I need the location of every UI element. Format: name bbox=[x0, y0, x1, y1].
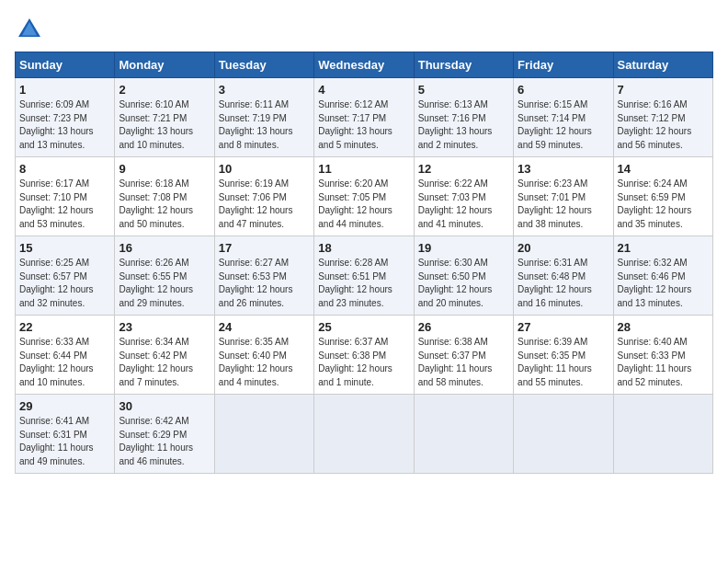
day-number: 30 bbox=[119, 399, 210, 413]
day-cell-16: 16Sunrise: 6:26 AMSunset: 6:55 PMDayligh… bbox=[115, 236, 214, 316]
day-detail: Sunrise: 6:42 AMSunset: 6:29 PMDaylight:… bbox=[119, 415, 210, 468]
day-cell-18: 18Sunrise: 6:28 AMSunset: 6:51 PMDayligh… bbox=[314, 236, 414, 316]
day-number: 6 bbox=[518, 83, 609, 97]
logo bbox=[15, 15, 48, 44]
day-number: 15 bbox=[19, 241, 110, 255]
day-cell-25: 25Sunrise: 6:37 AMSunset: 6:38 PMDayligh… bbox=[314, 316, 414, 395]
calendar-week-3: 15Sunrise: 6:25 AMSunset: 6:57 PMDayligh… bbox=[16, 236, 713, 316]
header-friday: Friday bbox=[514, 52, 613, 78]
day-number: 26 bbox=[418, 320, 509, 334]
header-sunday: Sunday bbox=[16, 52, 115, 78]
day-cell-4: 4Sunrise: 6:12 AMSunset: 7:17 PMDaylight… bbox=[314, 78, 414, 157]
day-cell-3: 3Sunrise: 6:11 AMSunset: 7:19 PMDaylight… bbox=[214, 78, 313, 157]
day-detail: Sunrise: 6:35 AMSunset: 6:40 PMDaylight:… bbox=[219, 336, 310, 389]
day-cell-14: 14Sunrise: 6:24 AMSunset: 6:59 PMDayligh… bbox=[613, 157, 712, 236]
header-wednesday: Wednesday bbox=[314, 52, 414, 78]
empty-cell bbox=[414, 395, 513, 474]
day-number: 25 bbox=[318, 320, 409, 334]
day-cell-23: 23Sunrise: 6:34 AMSunset: 6:42 PMDayligh… bbox=[115, 316, 214, 395]
empty-cell bbox=[514, 395, 613, 474]
day-number: 14 bbox=[618, 162, 709, 176]
day-cell-6: 6Sunrise: 6:15 AMSunset: 7:14 PMDaylight… bbox=[514, 78, 613, 157]
day-detail: Sunrise: 6:28 AMSunset: 6:51 PMDaylight:… bbox=[318, 257, 409, 310]
day-number: 21 bbox=[618, 241, 709, 255]
day-detail: Sunrise: 6:30 AMSunset: 6:50 PMDaylight:… bbox=[418, 257, 509, 310]
day-number: 22 bbox=[19, 320, 110, 334]
day-detail: Sunrise: 6:39 AMSunset: 6:35 PMDaylight:… bbox=[518, 336, 609, 389]
day-detail: Sunrise: 6:09 AMSunset: 7:23 PMDaylight:… bbox=[19, 98, 110, 152]
day-cell-20: 20Sunrise: 6:31 AMSunset: 6:48 PMDayligh… bbox=[514, 236, 613, 316]
day-number: 18 bbox=[318, 241, 409, 255]
day-detail: Sunrise: 6:34 AMSunset: 6:42 PMDaylight:… bbox=[119, 336, 210, 389]
day-number: 28 bbox=[618, 320, 709, 334]
calendar-body: 1Sunrise: 6:09 AMSunset: 7:23 PMDaylight… bbox=[16, 78, 713, 474]
day-detail: Sunrise: 6:32 AMSunset: 6:46 PMDaylight:… bbox=[618, 257, 709, 310]
day-detail: Sunrise: 6:10 AMSunset: 7:21 PMDaylight:… bbox=[119, 98, 210, 152]
day-cell-17: 17Sunrise: 6:27 AMSunset: 6:53 PMDayligh… bbox=[214, 236, 313, 316]
day-detail: Sunrise: 6:26 AMSunset: 6:55 PMDaylight:… bbox=[119, 257, 210, 310]
day-cell-1: 1Sunrise: 6:09 AMSunset: 7:23 PMDaylight… bbox=[16, 78, 115, 157]
day-detail: Sunrise: 6:37 AMSunset: 6:38 PMDaylight:… bbox=[318, 336, 409, 389]
header-row: SundayMondayTuesdayWednesdayThursdayFrid… bbox=[16, 52, 713, 78]
day-detail: Sunrise: 6:15 AMSunset: 7:14 PMDaylight:… bbox=[518, 98, 609, 152]
day-cell-8: 8Sunrise: 6:17 AMSunset: 7:10 PMDaylight… bbox=[16, 157, 115, 236]
day-detail: Sunrise: 6:16 AMSunset: 7:12 PMDaylight:… bbox=[618, 98, 709, 152]
day-detail: Sunrise: 6:31 AMSunset: 6:48 PMDaylight:… bbox=[518, 257, 609, 310]
day-number: 11 bbox=[318, 162, 409, 176]
day-detail: Sunrise: 6:18 AMSunset: 7:08 PMDaylight:… bbox=[119, 178, 210, 231]
day-number: 4 bbox=[318, 83, 409, 97]
day-cell-11: 11Sunrise: 6:20 AMSunset: 7:05 PMDayligh… bbox=[314, 157, 414, 236]
day-cell-28: 28Sunrise: 6:40 AMSunset: 6:33 PMDayligh… bbox=[613, 316, 712, 395]
header-tuesday: Tuesday bbox=[214, 52, 313, 78]
day-number: 10 bbox=[219, 162, 310, 176]
calendar-table: SundayMondayTuesdayWednesdayThursdayFrid… bbox=[15, 52, 713, 474]
day-cell-29: 29Sunrise: 6:41 AMSunset: 6:31 PMDayligh… bbox=[16, 395, 115, 474]
header-thursday: Thursday bbox=[414, 52, 513, 78]
calendar-header: SundayMondayTuesdayWednesdayThursdayFrid… bbox=[16, 52, 713, 78]
day-detail: Sunrise: 6:11 AMSunset: 7:19 PMDaylight:… bbox=[219, 98, 310, 152]
day-cell-21: 21Sunrise: 6:32 AMSunset: 6:46 PMDayligh… bbox=[613, 236, 712, 316]
day-detail: Sunrise: 6:33 AMSunset: 6:44 PMDaylight:… bbox=[19, 336, 110, 389]
day-number: 13 bbox=[518, 162, 609, 176]
day-number: 27 bbox=[518, 320, 609, 334]
day-detail: Sunrise: 6:24 AMSunset: 6:59 PMDaylight:… bbox=[618, 178, 709, 231]
day-number: 7 bbox=[618, 83, 709, 97]
empty-cell bbox=[214, 395, 313, 474]
day-cell-30: 30Sunrise: 6:42 AMSunset: 6:29 PMDayligh… bbox=[115, 395, 214, 474]
day-number: 19 bbox=[418, 241, 509, 255]
logo-icon bbox=[15, 15, 44, 44]
day-detail: Sunrise: 6:27 AMSunset: 6:53 PMDaylight:… bbox=[219, 257, 310, 310]
day-cell-24: 24Sunrise: 6:35 AMSunset: 6:40 PMDayligh… bbox=[214, 316, 313, 395]
day-cell-26: 26Sunrise: 6:38 AMSunset: 6:37 PMDayligh… bbox=[414, 316, 513, 395]
calendar-week-4: 22Sunrise: 6:33 AMSunset: 6:44 PMDayligh… bbox=[16, 316, 713, 395]
day-cell-22: 22Sunrise: 6:33 AMSunset: 6:44 PMDayligh… bbox=[16, 316, 115, 395]
day-cell-10: 10Sunrise: 6:19 AMSunset: 7:06 PMDayligh… bbox=[214, 157, 313, 236]
day-number: 9 bbox=[119, 162, 210, 176]
day-detail: Sunrise: 6:17 AMSunset: 7:10 PMDaylight:… bbox=[19, 178, 110, 231]
day-number: 1 bbox=[19, 83, 110, 97]
day-number: 2 bbox=[119, 83, 210, 97]
day-number: 23 bbox=[119, 320, 210, 334]
header-monday: Monday bbox=[115, 52, 214, 78]
day-cell-9: 9Sunrise: 6:18 AMSunset: 7:08 PMDaylight… bbox=[115, 157, 214, 236]
day-detail: Sunrise: 6:13 AMSunset: 7:16 PMDaylight:… bbox=[418, 98, 509, 152]
day-cell-27: 27Sunrise: 6:39 AMSunset: 6:35 PMDayligh… bbox=[514, 316, 613, 395]
day-detail: Sunrise: 6:20 AMSunset: 7:05 PMDaylight:… bbox=[318, 178, 409, 231]
day-number: 8 bbox=[19, 162, 110, 176]
empty-cell bbox=[314, 395, 414, 474]
day-cell-19: 19Sunrise: 6:30 AMSunset: 6:50 PMDayligh… bbox=[414, 236, 513, 316]
day-number: 3 bbox=[219, 83, 310, 97]
day-detail: Sunrise: 6:12 AMSunset: 7:17 PMDaylight:… bbox=[318, 98, 409, 152]
day-number: 24 bbox=[219, 320, 310, 334]
day-cell-13: 13Sunrise: 6:23 AMSunset: 7:01 PMDayligh… bbox=[514, 157, 613, 236]
empty-cell bbox=[613, 395, 712, 474]
day-cell-12: 12Sunrise: 6:22 AMSunset: 7:03 PMDayligh… bbox=[414, 157, 513, 236]
day-number: 17 bbox=[219, 241, 310, 255]
day-number: 16 bbox=[119, 241, 210, 255]
day-detail: Sunrise: 6:41 AMSunset: 6:31 PMDaylight:… bbox=[19, 415, 110, 468]
page-header bbox=[15, 15, 713, 44]
day-detail: Sunrise: 6:40 AMSunset: 6:33 PMDaylight:… bbox=[618, 336, 709, 389]
day-number: 12 bbox=[418, 162, 509, 176]
day-cell-7: 7Sunrise: 6:16 AMSunset: 7:12 PMDaylight… bbox=[613, 78, 712, 157]
day-cell-15: 15Sunrise: 6:25 AMSunset: 6:57 PMDayligh… bbox=[16, 236, 115, 316]
